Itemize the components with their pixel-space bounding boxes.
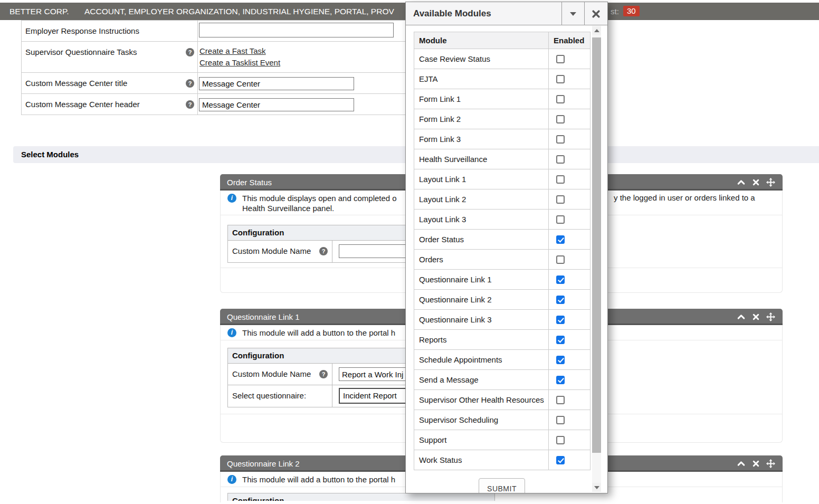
move-module-icon[interactable] — [766, 459, 775, 468]
module-enabled-checkbox[interactable] — [556, 416, 565, 424]
dialog-title: Available Modules — [413, 2, 491, 25]
module-enabled-checkbox[interactable] — [556, 215, 565, 224]
move-module-icon[interactable] — [766, 312, 775, 321]
module-row: Health Surveillance — [414, 149, 591, 169]
module-enabled-checkbox[interactable] — [556, 436, 565, 444]
module-enabled-checkbox[interactable] — [556, 135, 565, 144]
brand-title: BETTER CORP. — [9, 3, 69, 20]
panel-title: Questionnaire Link 1 — [227, 309, 300, 325]
module-description-continued: y the logged in user or orders linked to… — [614, 193, 755, 202]
remove-module-icon[interactable] — [751, 459, 760, 468]
module-enabled-checkbox[interactable] — [556, 95, 565, 103]
config-label-cell: Custom Module Name ? — [228, 364, 332, 385]
module-enabled-checkbox[interactable] — [556, 396, 565, 404]
module-name: Questionnaire Link 3 — [414, 310, 549, 330]
collapse-chevron-icon[interactable] — [737, 459, 746, 468]
module-name: Order Status — [414, 230, 549, 250]
panel-header-icons — [737, 312, 775, 321]
close-icon — [592, 9, 601, 18]
help-icon[interactable]: ? — [186, 100, 194, 109]
panel-title: Questionnaire Link 2 — [227, 455, 300, 472]
module-name: Schedule Appointments — [414, 350, 549, 370]
module-row: Questionnaire Link 1 — [414, 270, 591, 290]
dialog-header[interactable]: Available Modules — [406, 2, 607, 25]
move-module-icon[interactable] — [766, 178, 775, 187]
dialog-collapse-button[interactable] — [561, 2, 584, 25]
module-enabled-checkbox[interactable] — [556, 75, 565, 83]
message-center-header-input[interactable] — [199, 98, 354, 111]
info-icon: i — [227, 328, 236, 337]
scrollbar-up-button[interactable] — [592, 26, 601, 35]
help-icon[interactable]: ? — [186, 48, 194, 56]
config-label: Custom Module Name — [232, 241, 311, 262]
scrollbar-down-button[interactable] — [592, 483, 601, 492]
submit-button[interactable]: SUBMIT — [479, 478, 525, 493]
module-name: Case Review Status — [414, 49, 549, 69]
module-name: EJTA — [414, 69, 549, 89]
module-enabled-checkbox[interactable] — [556, 55, 565, 63]
module-enabled-checkbox[interactable] — [556, 296, 565, 304]
count-badge: 30 — [623, 6, 640, 16]
module-row: Work Status — [414, 450, 591, 470]
panel-header-icons — [737, 459, 775, 468]
module-enabled-checkbox[interactable] — [556, 235, 565, 244]
module-name: Form Link 2 — [414, 109, 549, 129]
description-line1: This module displays open and completed … — [242, 193, 397, 203]
collapse-chevron-icon[interactable] — [737, 312, 746, 321]
help-icon[interactable]: ? — [186, 79, 194, 88]
module-enabled-checkbox[interactable] — [556, 376, 565, 384]
module-name: Form Link 1 — [414, 89, 549, 109]
configuration-table-clipped: Configuration — [227, 493, 495, 501]
module-name: Reports — [414, 330, 549, 350]
triangle-up-icon — [594, 29, 599, 32]
page: BETTER CORP. ACCOUNT, EMPLOYER ORGANIZAT… — [0, 0, 819, 504]
scrollbar-thumb[interactable] — [592, 37, 601, 453]
dialog-scrollbar[interactable] — [592, 26, 601, 492]
module-name: Layout Link 3 — [414, 210, 549, 230]
module-enabled-checkbox[interactable] — [556, 356, 565, 364]
module-enabled-checkbox[interactable] — [556, 115, 565, 123]
create-tasklist-event-link[interactable]: Create a Tasklist Event — [199, 58, 280, 67]
help-icon[interactable]: ? — [319, 247, 328, 255]
chevron-down-icon — [570, 12, 576, 16]
module-name: Health Surveillance — [414, 149, 549, 169]
module-row: Form Link 3 — [414, 129, 591, 149]
description-line2: Health Surveillance panel. — [242, 203, 397, 213]
employer-response-instructions-input[interactable] — [199, 23, 394, 37]
message-center-title-input[interactable] — [199, 77, 354, 90]
breadcrumb-nav[interactable]: ACCOUNT, EMPLOYER ORGANIZATION, INDUSTRI… — [84, 3, 394, 20]
module-description: This module will add a button to the por… — [242, 474, 395, 484]
modules-table-header-row: Module Enabled — [414, 32, 591, 49]
section-heading: Select Modules — [21, 146, 79, 163]
field-label: Supervisor Questionnaire Tasks — [25, 47, 137, 56]
remove-module-icon[interactable] — [751, 312, 760, 321]
module-enabled-checkbox[interactable] — [556, 155, 565, 164]
module-name: Support — [414, 430, 549, 450]
remove-module-icon[interactable] — [751, 178, 760, 187]
dialog-close-button[interactable] — [584, 2, 607, 25]
topbar-right-text: st: — [611, 3, 619, 20]
module-enabled-checkbox[interactable] — [556, 255, 565, 264]
module-enabled-checkbox[interactable] — [556, 336, 565, 344]
module-name: Questionnaire Link 1 — [414, 270, 549, 290]
module-name: Questionnaire Link 2 — [414, 290, 549, 310]
module-row: Layout Link 1 — [414, 169, 591, 189]
module-enabled-checkbox[interactable] — [556, 275, 565, 284]
module-enabled-checkbox[interactable] — [556, 195, 565, 204]
collapse-chevron-icon[interactable] — [737, 178, 746, 187]
field-label: Custom Message Center header — [25, 100, 140, 109]
config-label: Custom Module Name — [232, 364, 311, 385]
create-fast-task-link[interactable]: Create a Fast Task — [199, 46, 266, 55]
module-row: Case Review Status — [414, 49, 591, 69]
help-icon[interactable]: ? — [319, 370, 328, 378]
module-enabled-checkbox[interactable] — [556, 316, 565, 324]
module-enabled-checkbox[interactable] — [556, 175, 565, 184]
column-header-enabled: Enabled — [549, 32, 591, 49]
module-row: Supervisor Other Health Resources — [414, 390, 591, 410]
module-row: Questionnaire Link 2 — [414, 290, 591, 310]
module-enabled-checkbox[interactable] — [556, 456, 565, 464]
module-name: Send a Message — [414, 370, 549, 390]
info-icon: i — [227, 194, 236, 203]
module-row: Questionnaire Link 3 — [414, 310, 591, 330]
module-row: EJTA — [414, 69, 591, 89]
